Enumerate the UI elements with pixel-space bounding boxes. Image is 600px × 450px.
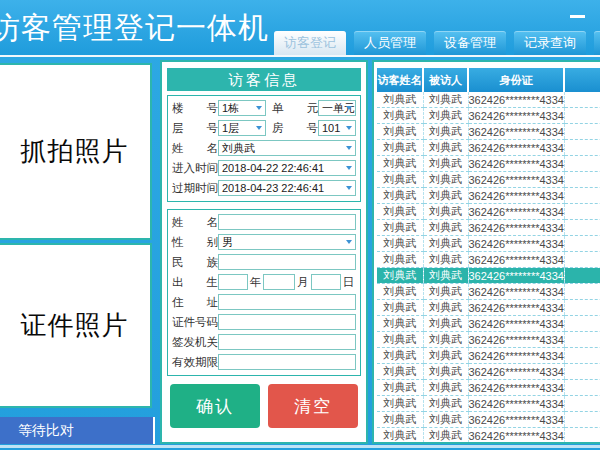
- tab-1[interactable]: 人员管理: [354, 31, 426, 55]
- entry-time-picker[interactable]: 2018-04-22 22:46:41: [218, 160, 356, 176]
- table-cell: 2018-0: [564, 140, 600, 156]
- table-cell: 362426********4334: [468, 108, 564, 124]
- floor-select[interactable]: 1层: [218, 120, 266, 136]
- chevron-down-icon: [346, 126, 352, 130]
- table-row[interactable]: 刘典武刘典武362426********43342018-0: [377, 364, 600, 380]
- visitor-info-panel: 访客信息 楼号 1栋 单元 一单元 层号 1层 房号: [160, 60, 368, 444]
- table-row[interactable]: 刘典武刘典武362426********43342018-0: [377, 172, 600, 188]
- tab-partial[interactable]: [594, 31, 600, 55]
- validity-input[interactable]: [218, 354, 356, 370]
- table-row[interactable]: 刘典武刘典武362426********43342018-0: [377, 316, 600, 332]
- table-row[interactable]: 刘典武刘典武362426********43342018-0: [377, 348, 600, 364]
- room-value: 101: [322, 122, 340, 134]
- table-cell: 刘典武: [423, 268, 468, 284]
- table-cell: 2018-0: [564, 268, 600, 284]
- birth-year-input[interactable]: [218, 274, 248, 290]
- building-value: 1栋: [222, 102, 239, 114]
- table-row[interactable]: 刘典武刘典武362426********43342018-0: [377, 300, 600, 316]
- column-header: 身份证: [468, 68, 564, 92]
- table-row[interactable]: 刘典武刘典武362426********43342018-0: [377, 412, 600, 428]
- room-select[interactable]: 101: [318, 120, 356, 136]
- expire-time-label: 过期时间: [172, 181, 218, 196]
- table-row[interactable]: 刘典武刘典武362426********43342018-0: [377, 284, 600, 300]
- table-cell: 362426********4334: [468, 268, 564, 284]
- table-row[interactable]: 刘典武刘典武362426********43342018-0: [377, 428, 600, 444]
- id-number-label: 证件号码: [172, 315, 218, 330]
- address-input[interactable]: [218, 294, 356, 310]
- building-select[interactable]: 1栋: [218, 100, 266, 116]
- table-cell: 刘典武: [377, 108, 423, 124]
- table-row[interactable]: 刘典武刘典武362426********43342018-0: [377, 236, 600, 252]
- chevron-down-icon: [346, 186, 352, 190]
- table-cell: 362426********4334: [468, 316, 564, 332]
- table-cell: 刘典武: [423, 300, 468, 316]
- table-row[interactable]: 刘典武刘典武362426********43342018-0: [377, 332, 600, 348]
- app-title: 访客管理登记一体机: [0, 8, 269, 49]
- table-row[interactable]: 刘典武刘典武362426********43342018-0: [377, 204, 600, 220]
- tab-2[interactable]: 设备管理: [434, 31, 506, 55]
- table-row[interactable]: 刘典武刘典武362426********43342018-0: [377, 268, 600, 284]
- visitor-name-select[interactable]: 刘典武: [218, 140, 356, 156]
- birth-day-input[interactable]: [311, 274, 341, 290]
- id-name-input[interactable]: [218, 214, 356, 230]
- table-row[interactable]: 刘典武刘典武362426********43342018-0: [377, 252, 600, 268]
- table-cell: 2018-0: [564, 300, 600, 316]
- chevron-down-icon: [346, 146, 352, 150]
- id-photo-area: 证件照片: [0, 243, 152, 408]
- building-label: 楼号: [172, 101, 218, 116]
- chevron-down-icon: [256, 126, 262, 130]
- table-cell: 刘典武: [377, 252, 423, 268]
- id-photo-label: 证件照片: [0, 308, 129, 343]
- birth-month-input[interactable]: [263, 274, 295, 290]
- tab-0[interactable]: 访客登记: [274, 31, 346, 55]
- expire-time-picker[interactable]: 2018-04-23 22:46:41: [218, 180, 356, 196]
- table-cell: 刘典武: [423, 332, 468, 348]
- table-cell: 2018-0: [564, 156, 600, 172]
- table-cell: 2018-0: [564, 252, 600, 268]
- table-row[interactable]: 刘典武刘典武362426********43342018-0: [377, 220, 600, 236]
- table-row[interactable]: 刘典武刘典武362426********43342018-0: [377, 156, 600, 172]
- table-cell: 362426********4334: [468, 220, 564, 236]
- table-cell: 刘典武: [377, 364, 423, 380]
- id-number-input[interactable]: [218, 314, 356, 330]
- table-row[interactable]: 刘典武刘典武362426********43342018-0: [377, 396, 600, 412]
- table-row[interactable]: 刘典武刘典武362426********43342018-0: [377, 92, 600, 108]
- address-label: 住址: [172, 295, 218, 310]
- confirm-button[interactable]: 确认: [170, 384, 260, 428]
- table-cell: 2018-0: [564, 124, 600, 140]
- table-cell: 刘典武: [377, 380, 423, 396]
- ethnicity-input[interactable]: [218, 254, 356, 270]
- table-cell: 362426********4334: [468, 364, 564, 380]
- table-header-row: 访客姓名被访人身份证: [377, 68, 600, 92]
- table-cell: 刘典武: [423, 236, 468, 252]
- table-cell: 刘典武: [423, 396, 468, 412]
- table-cell: 刘典武: [377, 92, 423, 108]
- table-cell: 2018-0: [564, 204, 600, 220]
- table-cell: 刘典武: [377, 428, 423, 444]
- table-cell: 刘典武: [377, 236, 423, 252]
- table-row[interactable]: 刘典武刘典武362426********43342018-0: [377, 124, 600, 140]
- chevron-down-icon: [346, 240, 352, 244]
- bottom-strip: [0, 445, 600, 448]
- table-cell: 2018-0: [564, 348, 600, 364]
- table-cell: 刘典武: [423, 188, 468, 204]
- table-row[interactable]: 刘典武刘典武362426********43342018-0: [377, 108, 600, 124]
- gender-select[interactable]: 男: [218, 234, 356, 250]
- table-cell: 刘典武: [377, 396, 423, 412]
- clear-button[interactable]: 清空: [268, 384, 358, 428]
- birth-label: 出生: [172, 275, 218, 290]
- table-cell: 刘典武: [377, 348, 423, 364]
- table-row[interactable]: 刘典武刘典武362426********43342018-0: [377, 188, 600, 204]
- minimize-button[interactable]: [568, 10, 588, 24]
- table-row[interactable]: 刘典武刘典武362426********43342018-0: [377, 380, 600, 396]
- column-header: 被访人: [423, 68, 468, 92]
- table-cell: 362426********4334: [468, 124, 564, 140]
- table-cell: 刘典武: [423, 124, 468, 140]
- gender-label: 性别: [172, 235, 218, 250]
- unit-select[interactable]: 一单元: [318, 100, 356, 116]
- tab-3[interactable]: 记录查询: [514, 31, 586, 55]
- table-row[interactable]: 刘典武刘典武362426********43342018-0: [377, 140, 600, 156]
- issuing-authority-input[interactable]: [218, 334, 356, 350]
- id-name-label: 姓名: [172, 215, 218, 230]
- table-cell: 362426********4334: [468, 204, 564, 220]
